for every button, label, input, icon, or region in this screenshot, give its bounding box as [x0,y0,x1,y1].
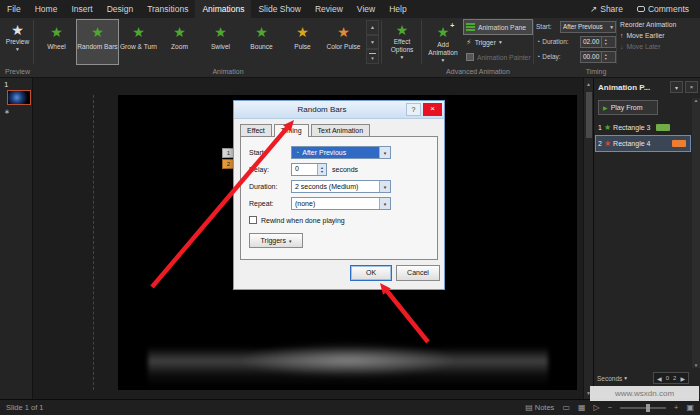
gallery-scroll-down-icon[interactable]: ▼ [366,35,379,50]
preview-button[interactable]: ★ Preview ▾ [2,20,33,64]
timing-tab-page: Start: ◔ After Previous ▾ Delay: 0 ▴▾ [240,136,438,260]
comments-button[interactable]: Comments [630,0,696,18]
dialog-title-bar[interactable]: Random Bars ? × [234,101,444,119]
item-number: 2 [598,140,602,147]
effect-options-button[interactable]: ★ Effect Options ▾ [384,20,420,64]
timeline-tick: 2 [673,375,676,381]
trigger-button[interactable]: ⚡ Trigger ▾ [464,35,532,49]
pane-bottom-bar: Seconds ▾ ◀ 0 2 ▶ [594,370,692,386]
animation-grow-turn[interactable]: ★ Grow & Turn [118,20,159,64]
animation-item-rectangle-3[interactable]: 1 ★ Rectangle 3 [596,120,690,135]
timing-bar[interactable] [672,140,686,147]
tab-timing[interactable]: Timing [274,124,309,137]
tab-transitions[interactable]: Transitions [140,0,195,18]
duration-value: 02.00 [581,37,601,47]
share-button[interactable]: ↗ Share [583,0,630,18]
seconds-dropdown[interactable]: Seconds [597,375,622,382]
timeline-right-icon[interactable]: ▶ [680,375,685,382]
slide-sorter-icon[interactable]: ▦ [578,403,586,412]
animation-bounce[interactable]: ★ Bounce [241,20,282,64]
pane-menu-icon[interactable]: ▾ [670,81,683,93]
animation-wheel[interactable]: ★ Wheel [36,20,77,64]
tab-review[interactable]: Review [308,0,350,18]
slideshow-icon[interactable]: ▷ [594,403,600,412]
star-icon: ★ [214,25,227,40]
tab-design[interactable]: Design [100,0,140,18]
tab-view[interactable]: View [350,0,382,18]
random-bars-dialog: Random Bars ? × Effect Timing Text Anima… [233,100,445,290]
scroll-up-icon[interactable]: ▲ [694,98,698,103]
add-animation-button[interactable]: ★ + Add Animation ▾ [424,20,462,64]
duration-row: ◔ Duration: 02.00 ▴▾ [536,35,616,48]
start-row: Start: After Previous ▾ [536,20,616,33]
cancel-button[interactable]: Cancel [396,265,440,281]
timeline-left-icon[interactable]: ◀ [657,375,662,382]
pane-close-icon[interactable]: × [685,81,698,93]
animation-label: Color Pulse [326,43,360,51]
preview-label: Preview [6,38,29,46]
normal-view-icon[interactable]: ▭ [562,403,570,412]
pane-scrollbar[interactable]: ▲ ▼ [692,98,700,368]
share-label: Share [600,4,623,14]
vertical-scrollbar[interactable]: ▲ ▼ [583,78,593,399]
animation-pane-button[interactable]: Animation Pane [464,20,532,34]
animation-zoom[interactable]: ★ Zoom [159,20,200,64]
help-button[interactable]: ? [406,103,421,116]
scroll-up-icon[interactable]: ▲ [586,81,591,87]
timing-bar[interactable] [656,124,670,131]
duration-stepper[interactable]: 02.00 ▴▾ [580,36,616,48]
tab-file[interactable]: File [0,0,28,18]
clock-icon: ◔ [536,53,540,60]
clock-icon: ◔ [536,38,540,45]
zoom-out-icon[interactable]: − [608,403,612,412]
gallery-more-button[interactable]: ▾ [366,49,379,64]
fit-to-window-icon[interactable]: ▣ [686,403,694,412]
gallery-scroll-up-icon[interactable]: ▲ [366,20,379,35]
repeat-field-dropdown[interactable]: (none) ▾ [291,197,391,210]
timeline-zoom[interactable]: ◀ 0 2 ▶ [653,372,689,384]
notes-button[interactable]: ▤ Notes [525,403,554,412]
animation-label: Random Bars [77,43,117,51]
animation-color-pulse[interactable]: ★ Color Pulse [323,20,364,64]
delay-field-stepper[interactable]: 0 ▴▾ [291,163,327,176]
zoom-in-icon[interactable]: + [674,403,678,412]
triggers-button[interactable]: Triggers ▾ [249,233,303,248]
tab-insert[interactable]: Insert [64,0,99,18]
ok-button[interactable]: OK [350,265,392,281]
chevron-down-icon[interactable]: ▾ [379,147,390,158]
status-bar-right: ▤ Notes ▭ ▦ ▷ − + ▣ [525,403,700,412]
scroll-down-icon[interactable]: ▼ [694,363,698,368]
trigger-label: Trigger [475,39,496,46]
star-icon: ★ [296,25,309,40]
start-field-dropdown[interactable]: ◔ After Previous ▾ [291,146,391,159]
animation-swivel[interactable]: ★ Swivel [200,20,241,64]
tab-slide-show[interactable]: Slide Show [251,0,308,18]
delay-stepper[interactable]: 00.00 ▴▾ [580,51,616,63]
duration-field-dropdown[interactable]: 2 seconds (Medium) ▾ [291,180,391,193]
rewind-checkbox[interactable] [249,216,257,224]
animation-random-bars-selected[interactable]: ★ Random Bars [77,20,118,64]
scrollbar-thumb[interactable] [586,92,592,138]
tab-home[interactable]: Home [28,0,65,18]
play-from-button[interactable]: ▶ Play From [598,100,658,115]
spinner-arrows[interactable]: ▴▾ [601,37,609,47]
lightning-icon: ⚡ [466,38,472,47]
panel-splitter[interactable] [93,95,94,390]
move-earlier-button[interactable]: ↑ Move Earlier [620,32,698,39]
zoom-slider[interactable] [620,407,666,409]
tab-help[interactable]: Help [382,0,413,18]
slide-1-thumbnail[interactable] [7,90,31,105]
close-button[interactable]: × [423,103,442,116]
animation-pulse[interactable]: ★ Pulse [282,20,323,64]
slide-number: 1 [4,80,8,89]
spinner-arrows[interactable]: ▴▾ [601,52,609,62]
chevron-down-icon[interactable]: ▾ [379,198,390,209]
animation-item-rectangle-4-selected[interactable]: 2 ★ Rectangle 4 [596,136,690,151]
tab-animations[interactable]: Animations [195,0,251,18]
play-icon: ▶ [603,104,608,111]
chevron-down-icon: ▾ [608,24,613,30]
chevron-down-icon[interactable]: ▾ [379,181,390,192]
spinner-arrows[interactable]: ▴▾ [317,164,326,175]
zoom-slider-thumb[interactable] [646,404,650,412]
start-dropdown[interactable]: After Previous ▾ [560,21,616,33]
